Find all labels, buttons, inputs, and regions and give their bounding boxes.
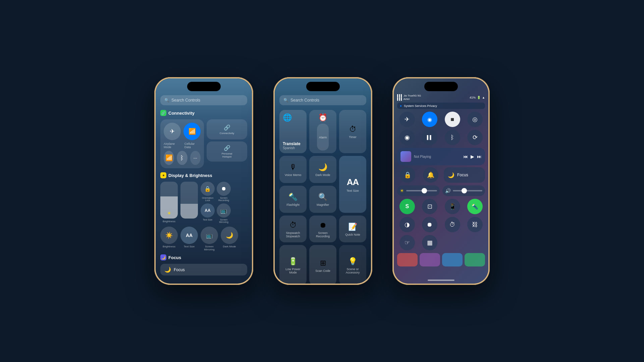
scene-item[interactable]: 💡 Scene orAccessory	[339, 245, 366, 284]
flashlight-cc-btn[interactable]: 🔦	[467, 199, 483, 214]
text-size-btn[interactable]: AA	[201, 203, 215, 218]
timer-item[interactable]: ⏱ Timer	[339, 110, 366, 153]
lock-cc-btn[interactable]: 🔒	[400, 167, 415, 183]
shazam-cc-btn[interactable]: S	[399, 199, 415, 214]
dynamic-island-2	[306, 82, 340, 91]
text-size-tall[interactable]: AA Text Size	[339, 156, 366, 213]
screen-rec-btn[interactable]: ⏺	[217, 182, 231, 196]
cc-row6: ☞ ▦	[397, 235, 485, 250]
more-btn[interactable]: ···	[190, 151, 201, 165]
timer-label: Timer	[349, 135, 357, 139]
airplane-mode-btn[interactable]: ✈	[164, 123, 181, 140]
screen-mirror-item: 📺 ScreenMirroring	[217, 203, 231, 223]
brightness-btn[interactable]: ☀️	[160, 227, 178, 244]
dark-mode-label2: Dark Mode	[315, 173, 330, 177]
music-widget[interactable]: Not Playing ⏮ ▶ ⏭	[397, 148, 485, 165]
touch-cc-btn[interactable]: ☞	[399, 235, 415, 250]
volume-cc-slider[interactable]: 🔊	[442, 185, 485, 196]
dark-mode-icon2: 🌙	[318, 163, 327, 172]
second-slider[interactable]	[180, 182, 198, 219]
focus-moon-icon3: 🌙	[448, 172, 454, 178]
brightness-slider[interactable]: ☀	[160, 182, 178, 219]
screen-mirror-btn2[interactable]: 📺	[201, 227, 218, 244]
screen-rec-label2: ScreenRecording	[316, 231, 330, 238]
rec-cc-btn[interactable]: ⏺	[422, 217, 437, 232]
calc-cc-btn[interactable]: ▦	[422, 235, 437, 250]
dark-mode-btn[interactable]: 🌙	[221, 227, 238, 244]
display-title: Display & Brightness	[168, 173, 212, 178]
screen-rec-item: ⏺ ScreenRecording	[217, 182, 231, 201]
volume-icon: 🔊	[445, 188, 451, 193]
translate-item[interactable]: 🌐 Translate Spanish	[279, 110, 307, 153]
search-bar-1[interactable]: 🔍 Search Controls	[160, 95, 247, 105]
scan-code-item[interactable]: ⊞ Scan Code	[309, 245, 336, 284]
home-indicator-3[interactable]	[428, 280, 454, 281]
mirror-cc-btn2[interactable]: ⊡	[422, 199, 437, 214]
stopwatch-item[interactable]: ⏱ StopwatchStopwatch	[279, 216, 307, 242]
quick-note-label: Quick Note	[345, 233, 360, 236]
connectivity-title: Connectivity	[168, 111, 195, 116]
phone-2: 🔍 Search Controls 🌐 Translate Spanish	[273, 77, 372, 285]
music-info: Not Playing	[414, 155, 461, 159]
music-title: Not Playing	[414, 155, 461, 159]
cc-row3: 🔒 🔔 🌙 Focus	[397, 167, 485, 183]
text-size-lbl2: Text Size	[184, 245, 195, 248]
focus-title: Focus	[168, 255, 181, 260]
bluetooth-btn[interactable]: ᛒ	[177, 151, 187, 165]
app-3[interactable]	[442, 253, 463, 266]
app-2[interactable]	[420, 253, 440, 266]
flashlight-item[interactable]: 🔦 Flashlight	[279, 186, 307, 213]
scan-code-icon: ⊞	[320, 259, 326, 267]
wifi-small-btn[interactable]: 📶	[164, 151, 174, 165]
remote-cc-btn[interactable]: 📱	[445, 199, 460, 214]
airdrop-cc-btn[interactable]: ◎	[467, 112, 483, 127]
airplane-cc-btn[interactable]: ✈	[399, 112, 415, 127]
system-services-dot: ●	[400, 104, 402, 108]
phone-1: 🔍 Search Controls 🔗 Connectivity ✈ 📶	[154, 77, 253, 285]
app-1[interactable]	[397, 253, 418, 266]
low-power-item[interactable]: 🔋 Low PowerMode	[279, 245, 307, 284]
focus-section-header: 🌙 Focus	[160, 254, 247, 260]
app-4[interactable]	[465, 253, 485, 266]
search-placeholder-2: Search Controls	[290, 98, 319, 103]
bluetooth-cc-btn[interactable]: ᛒ	[445, 130, 460, 145]
magnifier-item[interactable]: 🔍 Magnifier	[309, 186, 336, 213]
square-cc-btn[interactable]: ■	[445, 112, 460, 127]
text-size-btn2[interactable]: AA	[180, 227, 198, 244]
alarm-icon: ⏰	[318, 113, 327, 122]
bell-cc-btn[interactable]: 🔔	[423, 167, 438, 183]
focus-bar[interactable]: 🌙 Focus	[160, 264, 247, 276]
orientation-lock-btn[interactable]: 🔒	[201, 182, 215, 196]
dynamic-island-3	[424, 82, 458, 91]
search-icon-1: 🔍	[164, 98, 169, 103]
screen-mirror-btn[interactable]: 📺	[217, 203, 231, 218]
phone2-grid: 🌐 Translate Spanish ⏰ Alarm ⏱ T	[279, 110, 366, 213]
brightness-item: ☀️ Brightness	[160, 227, 178, 248]
voice-memo-item[interactable]: 🎙 Voice Memo	[279, 156, 307, 183]
dark-mode-item2[interactable]: 🌙 Dark Mode	[309, 156, 336, 183]
next-btn[interactable]: ⏭	[477, 154, 482, 159]
cellular-cc-btn[interactable]: ▌▌	[422, 130, 437, 145]
search-bar-2[interactable]: 🔍 Search Controls	[279, 95, 366, 105]
voice-memo-icon: 🎙	[289, 163, 297, 172]
music-controls: ⏮ ▶ ⏭	[463, 154, 482, 159]
cellular-label: Cellular Data	[184, 142, 201, 149]
chain-cc-btn[interactable]: ⛓	[467, 217, 483, 232]
wifi-cc-btn2[interactable]: ◉	[399, 130, 415, 145]
music-art	[400, 151, 411, 162]
play-btn[interactable]: ▶	[471, 154, 474, 159]
quick-note-item[interactable]: 📝 Quick Note	[339, 216, 366, 242]
screen-rec-item2[interactable]: ⏺ ScreenRecording	[309, 216, 336, 242]
mirror-cc-btn[interactable]: ⟳	[467, 130, 483, 145]
focus-moon-icon: 🌙	[164, 266, 171, 273]
focus-widget[interactable]: 🌙 Focus	[444, 167, 485, 183]
alarm-label: Alarm	[317, 124, 329, 150]
status-right: 41% 🔋 ▲	[470, 96, 485, 99]
prev-btn[interactable]: ⏮	[463, 154, 468, 159]
alarm-item[interactable]: ⏰ Alarm	[309, 110, 336, 153]
brightness-cc-slider[interactable]: ☀	[397, 185, 440, 196]
timer-cc-btn[interactable]: ⏱	[445, 217, 460, 232]
toggle-cc-btn[interactable]: ◑	[399, 217, 415, 232]
wifi-cc-btn[interactable]: ◉	[422, 112, 437, 127]
wifi-btn[interactable]: 📶	[183, 123, 201, 140]
